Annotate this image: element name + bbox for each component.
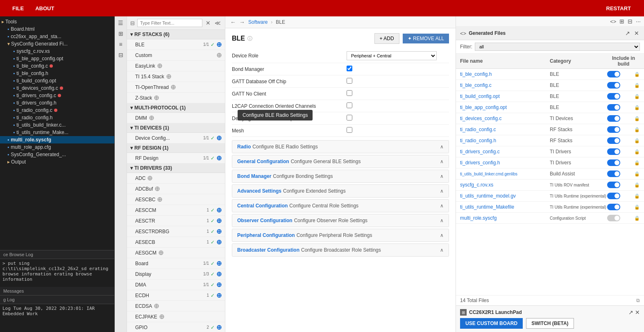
- rf-design-section[interactable]: ▾ RF DESIGN (1): [127, 143, 225, 153]
- file-lock-icon[interactable]: 🔒: [634, 105, 640, 110]
- back-button[interactable]: ←: [230, 19, 236, 25]
- file-link[interactable]: ti_ble_app_config.opt: [460, 105, 507, 110]
- clear-filter-icon[interactable]: ✕: [205, 19, 211, 27]
- device-role-select[interactable]: Peripheral + Central: [347, 51, 437, 60]
- file-toggle[interactable]: [607, 71, 620, 77]
- openthread-add-icon[interactable]: ⊕: [170, 83, 176, 91]
- dmm-add-icon[interactable]: ⊕: [149, 114, 154, 122]
- tree-item-custom[interactable]: Custom ⊕: [127, 50, 225, 61]
- file-lock-icon[interactable]: 🔒: [634, 216, 640, 221]
- tree-item-aesccm[interactable]: AESCCM 1 ✓ ⊕: [127, 205, 225, 216]
- tree-item-display[interactable]: Display 1/3 ✓ ⊕: [127, 269, 225, 280]
- file-toggle[interactable]: [607, 182, 620, 188]
- delay-att-checkbox[interactable]: [347, 115, 352, 121]
- mesh-value[interactable]: [347, 127, 449, 134]
- file-tree-output[interactable]: ▸ Output: [0, 158, 114, 166]
- file-toggle[interactable]: [607, 215, 620, 221]
- file-tree-ble-app-config[interactable]: ▪ ti_ble_app_config.opt: [0, 55, 114, 62]
- tree-item-rf-design[interactable]: RF Design 1/1 ✓ ⊕: [127, 153, 225, 164]
- file-lock-icon[interactable]: 🔒: [634, 182, 640, 188]
- file-lock-icon[interactable]: 🔒: [634, 160, 640, 166]
- file-tree-ble-config-h[interactable]: ▪ ti_ble_config.h: [0, 70, 114, 77]
- remove-all-button[interactable]: ✦ REMOVE ALL: [403, 34, 449, 43]
- tree-item-aescbc[interactable]: AESCBC ⊕: [127, 194, 225, 205]
- file-tree-boardhtml[interactable]: ▪ Board.html: [0, 25, 114, 33]
- tree-item-easylink[interactable]: EasyLink ⊕: [127, 61, 225, 71]
- multi-protocol-section[interactable]: ▾ MULTI-PROTOCOL (1): [127, 103, 225, 113]
- gpio-add-icon[interactable]: ⊕: [216, 323, 222, 331]
- file-tree-radio-config-h[interactable]: ▪ ti_radio_config.h: [0, 114, 114, 121]
- ti154-add-icon[interactable]: ⊕: [166, 73, 171, 80]
- bond-manager-checkbox[interactable]: [347, 66, 352, 71]
- file-link[interactable]: ti_ble_config.c: [460, 82, 492, 88]
- file-link[interactable]: ti_build_config.opt: [460, 93, 500, 99]
- close-board-icon[interactable]: ✕: [635, 309, 640, 316]
- ecjpake-add-icon[interactable]: ⊕: [159, 313, 164, 321]
- more-options-icon[interactable]: ···: [636, 18, 641, 25]
- gatt-db-checkbox[interactable]: [347, 78, 352, 84]
- file-lock-icon[interactable]: 🔒: [634, 127, 640, 132]
- tree-item-ecdsa[interactable]: ECDSA ⊕: [127, 301, 225, 312]
- ecdh-add-icon[interactable]: ⊕: [216, 291, 222, 299]
- ble-info-icon[interactable]: ⓘ: [247, 35, 252, 42]
- tree-item-openthread[interactable]: TI-OpenThread ⊕: [127, 82, 225, 93]
- bond-manager-section-header[interactable]: Bond Manager Configure Bonding Settings …: [232, 170, 449, 182]
- file-tree-syscfg-gen-folder[interactable]: ▾ SysConfig Generated Fi...: [0, 40, 114, 48]
- gatt-db-value[interactable]: [347, 78, 449, 85]
- tree-item-ble[interactable]: BLE 1/1 ✓ ⊕: [127, 39, 225, 50]
- file-toggle[interactable]: [607, 171, 620, 177]
- aesctr-add-icon[interactable]: ⊕: [216, 217, 222, 225]
- tree-item-ecdh[interactable]: ECDH 1 ✓ ⊕: [127, 290, 225, 301]
- file-link[interactable]: ti_drivers_config.h: [460, 160, 500, 166]
- file-toggle[interactable]: [607, 159, 620, 166]
- code-view-icon[interactable]: <>: [610, 18, 616, 25]
- file-lock-icon[interactable]: 🔒: [634, 116, 640, 121]
- about-menu[interactable]: ABOUT: [29, 0, 60, 16]
- central-section-header[interactable]: Central Configuration Configure Central …: [232, 200, 449, 212]
- copy-icon[interactable]: ⧉: [636, 298, 640, 303]
- file-link[interactable]: multi_role.syscfg: [460, 215, 497, 221]
- gatt-no-client-value[interactable]: [347, 90, 449, 97]
- ti-drivers-section[interactable]: ▾ TI DRIVERS (33): [127, 164, 225, 173]
- file-tree-build-config[interactable]: ▪ ti_build_config.opt: [0, 77, 114, 84]
- filter-select[interactable]: all: [475, 43, 640, 51]
- file-link[interactable]: ti_utils_runtime_model.gv: [460, 193, 516, 199]
- sidebar-code-icon[interactable]: ⊟: [118, 52, 123, 58]
- delay-att-value[interactable]: [347, 115, 449, 122]
- file-tree-multirole-syscfg[interactable]: ▪ multi_role.syscfg: [0, 136, 114, 143]
- zstack-add-icon[interactable]: ⊕: [154, 94, 159, 102]
- file-link[interactable]: syscfg_c.rov.xs: [460, 182, 493, 188]
- filter-input[interactable]: [137, 19, 202, 27]
- tree-item-gpio[interactable]: GPIO 2 ✓ ⊕: [127, 322, 225, 332]
- tree-item-aesecb[interactable]: AESECB 1 ✓ ⊕: [127, 237, 225, 248]
- aesgcm-add-icon[interactable]: ⊕: [158, 249, 163, 257]
- messages-tab[interactable]: Messages: [0, 287, 114, 296]
- file-toggle[interactable]: [607, 104, 620, 111]
- file-tree-multirole-app[interactable]: ▪ multi_role_app.cfg: [0, 143, 114, 151]
- file-toggle[interactable]: [607, 148, 620, 155]
- log-tab[interactable]: g Log: [0, 296, 114, 304]
- board-add-icon[interactable]: ⊕: [216, 259, 222, 267]
- file-tree-devices-config[interactable]: ▪ ti_devices_config.c: [0, 84, 114, 92]
- rf-stacks-section[interactable]: ▾ RF STACKS (6): [127, 30, 225, 39]
- advanced-section-header[interactable]: Advanced Settings Configure Extended Set…: [232, 185, 449, 197]
- forward-button[interactable]: →: [239, 19, 245, 25]
- tree-item-aesctrdrbg[interactable]: AESCTRDRBG 1 ✓ ⊕: [127, 226, 225, 237]
- software-breadcrumb[interactable]: Software: [248, 19, 268, 25]
- file-lock-icon[interactable]: 🔒: [634, 149, 640, 155]
- device-role-value[interactable]: Peripheral + Central: [347, 51, 449, 60]
- l2cap-checkbox[interactable]: [347, 102, 352, 108]
- general-section-header[interactable]: General Configuration Configure General …: [232, 155, 449, 168]
- sidebar-tree-icon[interactable]: ≡: [119, 41, 122, 48]
- device-add-icon[interactable]: ⊕: [216, 134, 222, 142]
- tree-item-adc[interactable]: ADC ⊕: [127, 173, 225, 184]
- radio-section-header[interactable]: Radio Configure BLE Radio Settings ∧: [232, 141, 449, 153]
- switch-beta-button[interactable]: SWITCH (BETA): [526, 318, 574, 329]
- dma-add-icon[interactable]: ⊕: [216, 281, 222, 289]
- file-link[interactable]: ti_utils_runtime_Makefile: [460, 204, 514, 210]
- file-lock-icon[interactable]: 🔒: [634, 193, 640, 199]
- file-link[interactable]: ti_radio_config.h: [460, 138, 496, 143]
- file-toggle[interactable]: [607, 193, 620, 199]
- file-menu[interactable]: FILE: [7, 0, 29, 16]
- file-toggle[interactable]: [607, 126, 620, 133]
